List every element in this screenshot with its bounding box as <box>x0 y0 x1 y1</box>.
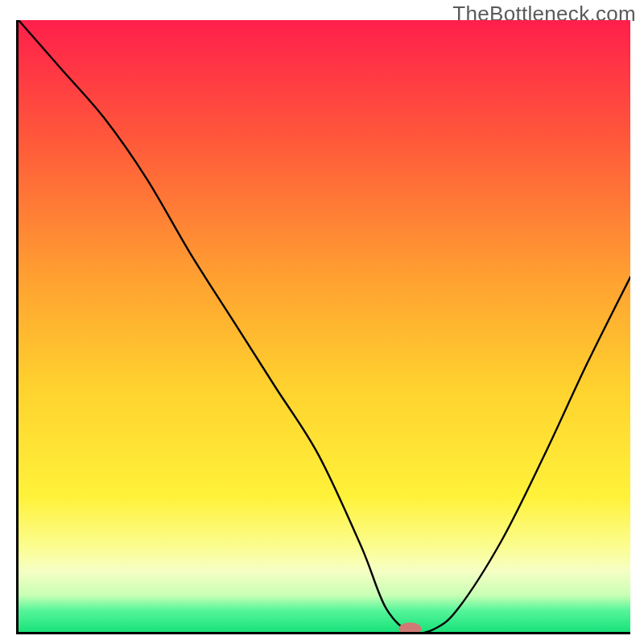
chart-frame: TheBottleneck.com <box>0 0 644 644</box>
highlight-marker <box>19 20 630 632</box>
plot-area <box>16 20 630 634</box>
svg-point-1 <box>398 622 421 632</box>
